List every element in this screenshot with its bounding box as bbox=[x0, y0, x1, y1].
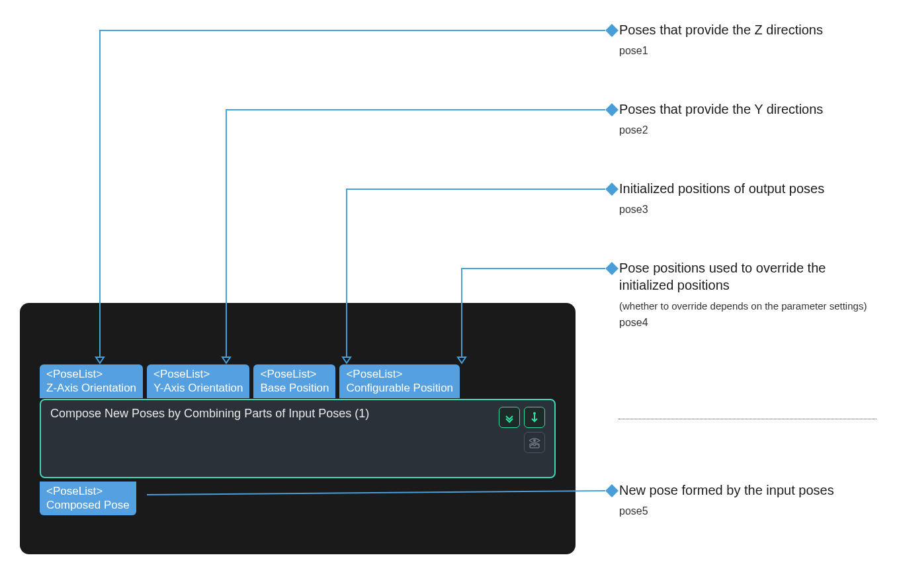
annotation-sub: pose2 bbox=[619, 124, 877, 136]
annotation-title: Pose positions used to override the init… bbox=[619, 259, 877, 294]
chevron-double-down-icon bbox=[503, 411, 515, 423]
annotation-sub: pose3 bbox=[619, 204, 877, 216]
input-port-y-axis[interactable]: <PoseList> Y-Axis Orientation bbox=[147, 364, 249, 398]
bullet-icon bbox=[605, 262, 619, 275]
port-label: Configurable Position bbox=[346, 381, 453, 395]
port-type: <PoseList> bbox=[346, 367, 453, 381]
input-port-z-axis[interactable]: <PoseList> Z-Axis Orientation bbox=[40, 364, 143, 398]
annotation-title: New pose formed by the input poses bbox=[619, 482, 877, 499]
expand-button[interactable] bbox=[499, 407, 520, 428]
svg-point-3 bbox=[533, 439, 536, 442]
port-label: Y-Axis Orientation bbox=[153, 381, 243, 395]
bullet-icon bbox=[605, 103, 619, 116]
input-port-configurable-position[interactable]: <PoseList> Configurable Position bbox=[339, 364, 460, 398]
port-type: <PoseList> bbox=[153, 367, 243, 381]
annotation-z: Poses that provide the Z directions pose… bbox=[619, 21, 877, 61]
port-type: <PoseList> bbox=[46, 484, 130, 498]
bullet-icon bbox=[605, 484, 619, 497]
port-label: Composed Pose bbox=[46, 498, 130, 512]
annotation-note: (whether to override depends on the para… bbox=[619, 300, 877, 312]
node-body[interactable]: Compose New Poses by Combining Parts of … bbox=[40, 399, 556, 478]
bullet-icon bbox=[605, 24, 619, 37]
annotation-sub: pose1 bbox=[619, 45, 877, 57]
annotation-sub: pose4 bbox=[619, 317, 877, 329]
node-actions bbox=[499, 407, 545, 470]
port-label: Z-Axis Orientation bbox=[46, 381, 136, 395]
run-button[interactable] bbox=[524, 407, 545, 428]
divider bbox=[619, 419, 876, 419]
arrow-down-icon bbox=[529, 411, 540, 423]
preview-button[interactable] bbox=[524, 432, 545, 453]
annotation-title: Poses that provide the Y directions bbox=[619, 101, 877, 118]
port-type: <PoseList> bbox=[46, 367, 136, 381]
inputs-row: <PoseList> Z-Axis Orientation <PoseList>… bbox=[40, 364, 460, 398]
annotation-init: Initialized positions of output poses po… bbox=[619, 180, 877, 220]
bullet-icon bbox=[605, 183, 619, 196]
output-port-composed-pose[interactable]: <PoseList> Composed Pose bbox=[40, 482, 136, 515]
port-type: <PoseList> bbox=[260, 367, 329, 381]
eye-image-icon bbox=[528, 437, 541, 448]
node-title: Compose New Poses by Combining Parts of … bbox=[50, 407, 369, 470]
node-panel: <PoseList> Z-Axis Orientation <PoseList>… bbox=[20, 303, 576, 554]
input-port-base-position[interactable]: <PoseList> Base Position bbox=[253, 364, 335, 398]
annotation-title: Initialized positions of output poses bbox=[619, 180, 877, 197]
annotation-y: Poses that provide the Y directions pose… bbox=[619, 101, 877, 140]
annotation-output: New pose formed by the input poses pose5 bbox=[619, 482, 877, 521]
annotation-sub: pose5 bbox=[619, 505, 877, 517]
annotation-override: Pose positions used to override the init… bbox=[619, 259, 877, 333]
svg-point-1 bbox=[533, 412, 536, 415]
annotation-title: Poses that provide the Z directions bbox=[619, 21, 877, 38]
port-label: Base Position bbox=[260, 381, 329, 395]
